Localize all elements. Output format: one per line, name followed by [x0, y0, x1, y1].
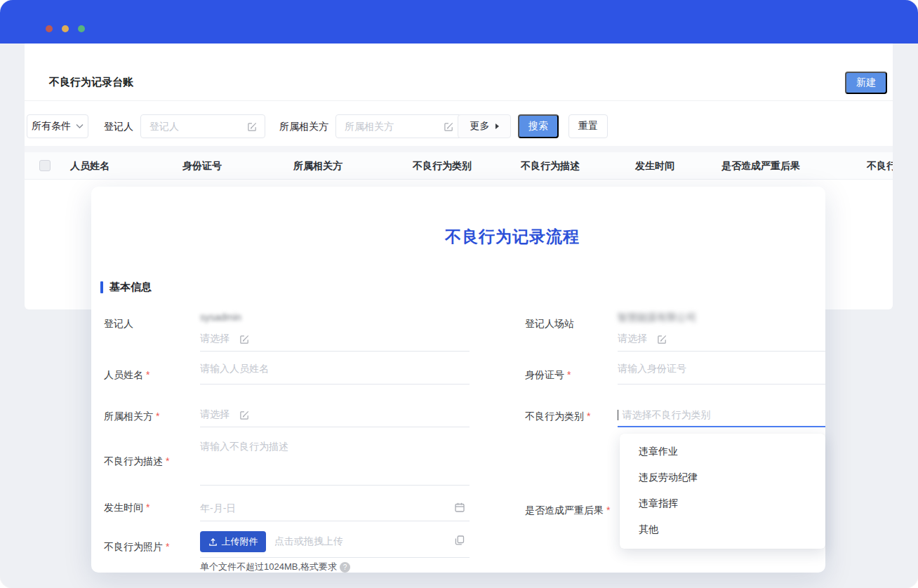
behavior-category-field[interactable]: 请选择不良行为类别 [618, 403, 825, 427]
col-related-party[interactable]: 所属相关方 [293, 152, 342, 179]
dropdown-option-3[interactable]: 违章指挥 [620, 490, 825, 516]
related-party-filter-input[interactable] [343, 120, 439, 133]
registrant-label: 登记人 [104, 316, 133, 330]
dropdown-option-2[interactable]: 违反劳动纪律 [620, 465, 825, 490]
section-gap [25, 146, 893, 152]
registrant-filter-input[interactable] [148, 120, 243, 133]
behavior-desc-placeholder: 请输入不良行为描述 [200, 441, 288, 453]
text-cursor [618, 410, 618, 420]
person-name-field [200, 362, 470, 385]
person-name-input[interactable] [200, 363, 470, 374]
dropdown-option-1[interactable]: 违章作业 [620, 439, 825, 465]
app-window: 不良行为记录台账 新建 所有条件 登记人 所属相关方 [0, 0, 918, 588]
reset-button[interactable]: 重置 [568, 114, 608, 138]
required-star: * [166, 541, 169, 552]
id-number-field [618, 362, 825, 385]
required-star: * [166, 455, 169, 467]
behavior-photo-label: 不良行为照片* [104, 540, 169, 554]
registrant-station-value: 智慧能源有限公司 [618, 312, 696, 324]
related-party-label: 所属相关方* [104, 409, 159, 423]
id-number-input[interactable] [618, 363, 825, 374]
triangle-right-icon [495, 123, 499, 129]
occur-time-label: 发生时间* [104, 500, 149, 514]
section-title: 基本信息 [109, 281, 152, 294]
table-header-row: 人员姓名 身份证号 所属相关方 不良行为类别 不良行为描述 发生时间 是否造成严… [25, 152, 893, 180]
registrant-station-select-placeholder: 请选择 [618, 333, 647, 345]
help-icon[interactable]: ? [340, 562, 350, 573]
registrant-field[interactable]: sysadmin 请选择 [200, 307, 470, 352]
section-accent-bar [100, 281, 103, 293]
zoom-window-icon[interactable] [78, 25, 85, 32]
related-party-select-placeholder: 请选择 [200, 408, 230, 421]
more-filters-label: 更多 [470, 120, 490, 133]
related-party-filter-field [335, 114, 462, 138]
col-truncated[interactable]: 不良行 [867, 152, 893, 179]
registrant-select-placeholder: 请选择 [200, 333, 230, 345]
upload-icon [208, 537, 218, 547]
col-id-number[interactable]: 身份证号 [182, 152, 222, 179]
required-star: * [146, 502, 149, 513]
upload-placeholder: 点击或拖拽上传 [274, 535, 343, 548]
modal-title: 不良行为记录流程 [199, 226, 825, 248]
behavior-category-placeholder: 请选择不良行为类别 [622, 409, 710, 420]
behavior-photo-field: 上传附件 点击或拖拽上传 [200, 528, 470, 558]
col-severe-consequence[interactable]: 是否造成严重后果 [721, 152, 800, 179]
edit-select-icon[interactable] [247, 121, 258, 132]
filter-bar: 所有条件 登记人 所属相关方 [25, 114, 893, 138]
behavior-category-label: 不良行为类别* [525, 409, 590, 423]
close-window-icon[interactable] [46, 25, 53, 32]
search-button[interactable]: 搜索 [518, 114, 559, 138]
title-divider [25, 100, 893, 101]
edit-select-icon[interactable] [239, 334, 250, 345]
registrant-station-field[interactable]: 智慧能源有限公司 请选择 [618, 307, 825, 352]
required-star: * [146, 369, 149, 380]
screenshot-stage: 不良行为记录台账 新建 所有条件 登记人 所属相关方 [0, 0, 918, 588]
calendar-icon[interactable] [454, 502, 465, 513]
chevron-down-icon [76, 123, 84, 129]
required-star: * [587, 410, 590, 422]
page-title: 不良行为记录台账 [49, 76, 133, 89]
select-all-checkbox[interactable] [39, 160, 51, 171]
copy-icon[interactable] [454, 535, 465, 546]
behavior-desc-field[interactable]: 请输入不良行为描述 [200, 436, 470, 486]
record-flow-modal: 不良行为记录流程 基本信息 登记人 sysadmin 请选择 [91, 187, 825, 573]
col-behavior-desc[interactable]: 不良行为描述 [521, 152, 580, 179]
required-star: * [156, 410, 159, 422]
minimize-window-icon[interactable] [62, 25, 69, 32]
behavior-desc-label: 不良行为描述* [104, 454, 169, 468]
required-star: * [567, 369, 571, 380]
condition-select-value: 所有条件 [32, 120, 71, 133]
dropdown-option-4[interactable]: 其他 [620, 516, 825, 542]
edit-select-icon[interactable] [657, 334, 667, 345]
behavior-category-dropdown: 违章作业 违反劳动纪律 违章指挥 其他 [620, 434, 825, 549]
more-filters-button[interactable]: 更多 [458, 114, 511, 138]
col-person-name[interactable]: 人员姓名 [70, 152, 109, 179]
registrant-value: sysadmin [200, 312, 241, 323]
basic-info-section-header: 基本信息 [100, 281, 152, 293]
new-record-button[interactable]: 新建 [845, 72, 887, 94]
registrant-station-label: 登记人场站 [525, 316, 574, 330]
registrant-filter-field [140, 114, 265, 138]
occur-time-placeholder: 年-月-日 [200, 502, 236, 515]
id-number-label: 身份证号* [525, 368, 571, 382]
occur-time-field[interactable]: 年-月-日 [200, 496, 470, 521]
edit-select-icon[interactable] [444, 121, 454, 132]
upload-button-label: 上传附件 [222, 535, 258, 548]
person-name-label: 人员姓名* [104, 368, 149, 382]
window-titlebar [0, 0, 918, 44]
required-star: * [606, 505, 610, 516]
edit-select-icon[interactable] [239, 410, 250, 420]
related-party-filter-label: 所属相关方 [279, 114, 328, 138]
condition-select[interactable]: 所有条件 [27, 114, 88, 138]
col-occur-time[interactable]: 发生时间 [635, 152, 674, 179]
upload-attachment-button[interactable]: 上传附件 [200, 531, 266, 552]
related-party-field[interactable]: 请选择 [200, 403, 470, 427]
registrant-filter-label: 登记人 [104, 114, 133, 138]
upload-hint: 单个文件不超过1024MB,格式要求 ? [200, 561, 350, 573]
severe-consequence-label: 是否造成严重后果* [525, 503, 610, 517]
col-behavior-category[interactable]: 不良行为类别 [413, 152, 472, 179]
